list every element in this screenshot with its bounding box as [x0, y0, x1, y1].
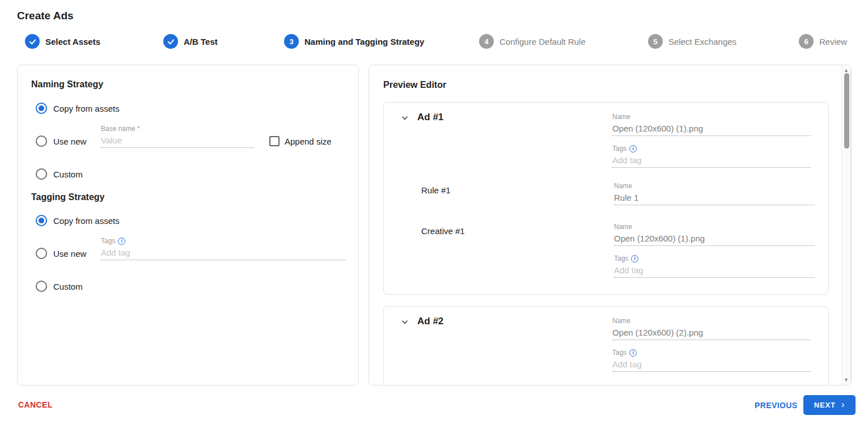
naming-custom-option[interactable]: Custom: [36, 168, 83, 180]
cancel-button[interactable]: CANCEL: [18, 400, 53, 409]
radio-label[interactable]: Copy from assets: [53, 216, 120, 226]
tags-label: Tags: [101, 237, 346, 245]
scroll-down-icon[interactable]: ▼: [842, 376, 850, 384]
ad2-tags-field: Tags: [612, 349, 811, 372]
info-icon[interactable]: [629, 349, 637, 357]
ad2-name-input[interactable]: [612, 327, 811, 340]
step-number-badge: 6: [799, 34, 814, 49]
ad1-tags-field: Tags: [612, 145, 811, 168]
step-label: A/B Test: [184, 37, 218, 46]
chevron-down-icon[interactable]: [399, 316, 411, 328]
ad-card-1: Ad #1 Name Tags Rule #1 Name Creative #1…: [383, 102, 829, 295]
step-ab-test[interactable]: A/B Test: [163, 34, 218, 49]
rule1-name-field: Name: [614, 182, 815, 205]
ad1-tags-input[interactable]: [612, 154, 811, 168]
next-button-label: NEXT: [814, 401, 836, 409]
radio-label[interactable]: Custom: [53, 282, 83, 291]
append-size-checkbox-row[interactable]: Append size: [269, 136, 332, 146]
next-button[interactable]: NEXT ›: [803, 395, 856, 415]
radio-label[interactable]: Use new: [53, 249, 86, 259]
radio-icon[interactable]: [36, 168, 47, 180]
step-number-badge: 5: [648, 34, 663, 49]
creative1-tags-input[interactable]: [614, 264, 815, 278]
radio-label[interactable]: Copy from assets: [53, 104, 120, 113]
tags-label: Tags: [612, 349, 811, 357]
tags-label: Tags: [614, 255, 815, 262]
radio-icon[interactable]: [36, 248, 47, 259]
tags-input[interactable]: [101, 247, 346, 260]
creative-title: Creative #1: [421, 226, 465, 236]
info-icon[interactable]: [631, 255, 638, 262]
ad1-name-field: Name: [612, 113, 811, 136]
radio-label[interactable]: Use new: [53, 137, 86, 146]
create-ads-page: Create Ads Select Assets A/B Test 3 Nami…: [0, 0, 868, 428]
step-select-assets[interactable]: Select Assets: [25, 34, 100, 49]
next-chevron-icon: ›: [841, 401, 845, 408]
creative1-name-field: Name: [614, 223, 815, 246]
name-label: Name: [614, 182, 815, 190]
naming-copy-from-assets-option[interactable]: Copy from assets: [36, 103, 120, 114]
info-icon[interactable]: [118, 238, 125, 245]
ad-title: Ad #1: [417, 112, 443, 123]
radio-selected-icon[interactable]: [36, 103, 47, 114]
scrollbar-thumb[interactable]: [844, 73, 849, 149]
tags-label: Tags: [612, 145, 811, 152]
append-size-label[interactable]: Append size: [285, 137, 332, 146]
radio-selected-icon[interactable]: [36, 215, 47, 226]
tagging-custom-option[interactable]: Custom: [36, 281, 83, 292]
ad1-name-input[interactable]: [612, 122, 811, 136]
tagging-copy-from-assets-option[interactable]: Copy from assets: [36, 215, 120, 226]
vertical-scrollbar[interactable]: ▲ ▼: [841, 65, 851, 385]
ad-title: Ad #2: [417, 316, 443, 327]
radio-label[interactable]: Custom: [53, 169, 83, 179]
check-icon: [25, 34, 40, 49]
radio-icon[interactable]: [36, 281, 47, 292]
step-select-exchanges[interactable]: 5 Select Exchanges: [648, 34, 736, 49]
step-label: Naming and Tagging Strategy: [304, 37, 424, 46]
tagging-strategy-title: Tagging Strategy: [31, 192, 105, 202]
naming-use-new-option[interactable]: Use new: [36, 135, 86, 147]
name-label: Name: [612, 317, 811, 325]
name-label: Name: [614, 223, 815, 231]
checkbox-icon[interactable]: [269, 136, 280, 146]
step-configure-default-rule[interactable]: 4 Configure Default Rule: [479, 34, 586, 49]
rule-title: Rule #1: [421, 185, 451, 195]
ad-card-2: Ad #2 Name Tags: [383, 306, 829, 385]
base-name-field: Base name *: [101, 125, 254, 148]
tags-field: Tags: [101, 237, 346, 260]
step-label: Review: [819, 37, 847, 46]
page-title: Create Ads: [17, 10, 74, 22]
step-label: Select Assets: [45, 37, 100, 46]
rule1-name-input[interactable]: [614, 192, 815, 205]
preview-editor-title: Preview Editor: [383, 80, 446, 90]
creative1-name-input[interactable]: [614, 232, 815, 246]
step-naming-tagging[interactable]: 3 Naming and Tagging Strategy: [284, 34, 424, 49]
radio-icon[interactable]: [36, 135, 47, 147]
step-number-badge: 4: [479, 34, 494, 49]
base-name-label: Base name *: [101, 125, 254, 133]
step-label: Configure Default Rule: [499, 37, 586, 46]
tagging-use-new-option[interactable]: Use new: [36, 248, 86, 259]
strategy-panel: Naming Strategy Copy from assets Use new…: [17, 65, 359, 385]
base-name-input[interactable]: [101, 134, 254, 148]
name-label: Name: [612, 113, 811, 121]
step-review[interactable]: 6 Review: [799, 34, 847, 49]
check-icon: [163, 34, 178, 49]
ad2-name-field: Name: [612, 317, 811, 340]
info-icon[interactable]: [629, 145, 637, 152]
ad2-tags-input[interactable]: [612, 358, 811, 372]
naming-strategy-title: Naming Strategy: [31, 79, 103, 90]
step-number-badge: 3: [284, 34, 299, 49]
creative1-tags-field: Tags: [614, 255, 815, 278]
preview-editor-panel: Preview Editor Ad #1 Name Tags Rule #1 N…: [369, 65, 852, 385]
previous-button[interactable]: PREVIOUS: [755, 401, 798, 410]
step-label: Select Exchanges: [668, 37, 736, 46]
chevron-down-icon[interactable]: [399, 112, 411, 124]
